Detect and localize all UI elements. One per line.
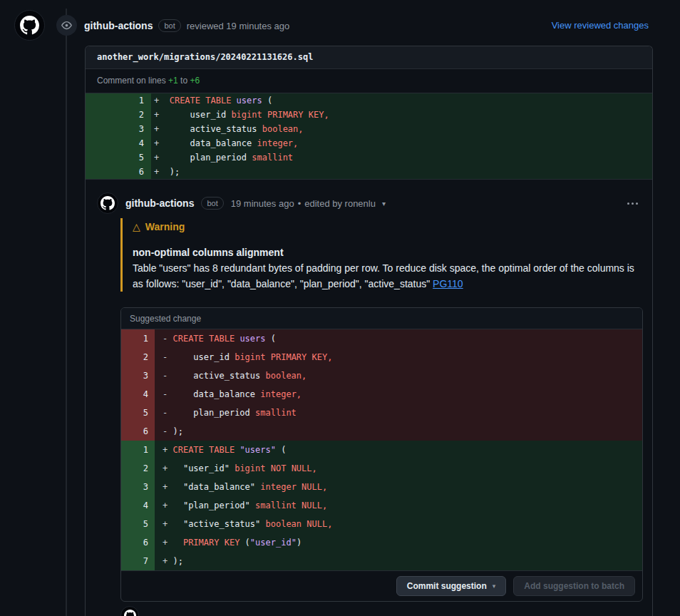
comment-author-avatar[interactable] bbox=[97, 192, 118, 214]
file-path-header[interactable]: another_work/migrations/20240221131626.s… bbox=[86, 46, 652, 69]
diff-line: 6+ ); bbox=[86, 165, 652, 179]
warning-triangle-icon: △ bbox=[133, 220, 140, 234]
kebab-menu-icon[interactable] bbox=[624, 200, 641, 207]
code-line: + plan_period smallint bbox=[151, 150, 652, 165]
line-number: 2 bbox=[86, 108, 151, 122]
warning-text: Table "users" has 8 redundant bytes of p… bbox=[133, 261, 643, 292]
line-number: 5 bbox=[86, 150, 151, 165]
review-author[interactable]: github-actions bbox=[84, 20, 153, 31]
github-actions-avatar[interactable] bbox=[14, 10, 45, 41]
suggestion-footer: Commit suggestion ▾ Add suggestion to ba… bbox=[121, 570, 642, 601]
file-path[interactable]: another_work/migrations/20240221131626.s… bbox=[97, 52, 313, 62]
code-line: + PRIMARY KEY ("user_id") bbox=[155, 533, 642, 552]
code-line: - active_status boolean, bbox=[155, 366, 642, 385]
warning-label-text: Warning bbox=[145, 220, 185, 234]
add-suggestion-to-batch-button[interactable]: Add suggestion to batch bbox=[513, 576, 635, 596]
line-number: 5 bbox=[121, 404, 155, 422]
code-line: - ); bbox=[155, 422, 642, 441]
review-header: github-actions bot reviewed 19 minutes a… bbox=[0, 0, 680, 46]
commit-suggestion-button[interactable]: Commit suggestion ▾ bbox=[396, 576, 507, 596]
diff-line: 5- plan_period smallint bbox=[121, 404, 642, 422]
diff-line: 6+ PRIMARY KEY ("user_id") bbox=[121, 533, 642, 552]
suggestion-deleted-code: 1- CREATE TABLE users (2- user_id bigint… bbox=[121, 329, 642, 441]
diff-line: 3+ "data_balance" integer NULL, bbox=[121, 478, 642, 496]
diff-line: 6- ); bbox=[121, 422, 642, 441]
code-line: + CREATE TABLE "users" ( bbox=[155, 441, 642, 459]
diff-line: 4+ "plan_period" smallint NULL, bbox=[121, 496, 642, 515]
diff-line: 3+ active_status boolean, bbox=[86, 122, 652, 136]
diff-line: 1+ CREATE TABLE "users" ( bbox=[121, 441, 642, 459]
code-line: + "user_id" bigint NOT NULL, bbox=[155, 459, 642, 478]
line-number: 2 bbox=[121, 348, 155, 366]
comment-header: github-actions bot 19 minutes ago • edit… bbox=[97, 192, 641, 214]
warning-label: △ Warning bbox=[133, 218, 643, 234]
code-line: + active_status boolean, bbox=[151, 122, 652, 136]
diff-line: 2+ user_id bigint PRIMARY KEY, bbox=[86, 108, 652, 122]
code-line: + ); bbox=[151, 165, 652, 179]
review-thread-card: another_work/migrations/20240221131626.s… bbox=[85, 46, 653, 616]
next-comment-avatar[interactable] bbox=[120, 606, 139, 616]
line-number: 6 bbox=[121, 533, 155, 552]
code-line: + "active_status" boolean NULL, bbox=[155, 515, 642, 533]
add-suggestion-label: Add suggestion to batch bbox=[524, 581, 624, 591]
dropdown-caret-icon[interactable]: ▾ bbox=[493, 582, 496, 590]
comment-body: △ Warning non-optimal columns alignment … bbox=[120, 218, 643, 616]
diff-line: 2+ "user_id" bigint NOT NULL, bbox=[121, 459, 642, 478]
code-line: - CREATE TABLE users ( bbox=[155, 329, 642, 348]
timeline-connector bbox=[66, 9, 67, 616]
code-line: + ); bbox=[155, 552, 642, 570]
line-number: 1 bbox=[86, 93, 151, 108]
diff-line: 4+ data_balance integer, bbox=[86, 136, 652, 150]
code-line: - data_balance integer, bbox=[155, 385, 642, 404]
line-number: 2 bbox=[121, 459, 155, 478]
line-number: 1 bbox=[121, 441, 155, 459]
line-number: 4 bbox=[121, 385, 155, 404]
code-line: - plan_period smallint bbox=[155, 404, 642, 422]
diff-line: 5+ plan_period smallint bbox=[86, 150, 652, 165]
code-line: + user_id bigint PRIMARY KEY, bbox=[151, 108, 652, 122]
comment-lines-bar: Comment on lines +1 to +6 bbox=[86, 69, 652, 93]
warning-block: △ Warning non-optimal columns alignment … bbox=[120, 218, 643, 292]
line-range-end: +6 bbox=[190, 76, 200, 86]
code-line: + data_balance integer, bbox=[151, 136, 652, 150]
warning-title: non-optimal columns alignment bbox=[133, 245, 643, 260]
meta-separator: • bbox=[298, 198, 302, 209]
suggested-change-block: Suggested change 1- CREATE TABLE users (… bbox=[120, 307, 643, 602]
line-number: 3 bbox=[86, 122, 151, 136]
code-line: + CREATE TABLE users ( bbox=[151, 93, 652, 108]
diff-line: 5+ "active_status" boolean NULL, bbox=[121, 515, 642, 533]
octocat-icon bbox=[101, 196, 115, 210]
code-line: + "plan_period" smallint NULL, bbox=[155, 496, 642, 515]
bot-badge: bot bbox=[158, 19, 180, 32]
comment-meta[interactable]: 19 minutes ago • edited by ronenlu ▾ bbox=[231, 198, 386, 209]
edited-by[interactable]: edited by ronenlu bbox=[304, 198, 376, 209]
comment-lines-mid: to bbox=[178, 76, 190, 86]
comment-author[interactable]: github-actions bbox=[125, 197, 194, 209]
diff-line: 3- active_status boolean, bbox=[121, 366, 642, 385]
code-line: - user_id bigint PRIMARY KEY, bbox=[155, 348, 642, 366]
review-action-text: reviewed 19 minutes ago bbox=[187, 21, 290, 31]
diff-line: 4- data_balance integer, bbox=[121, 385, 642, 404]
comment-lines-prefix: Comment on lines bbox=[97, 76, 168, 86]
warning-body: Table "users" has 8 redundant bytes of p… bbox=[133, 262, 634, 289]
line-number: 7 bbox=[121, 552, 155, 570]
diff-line: 2- user_id bigint PRIMARY KEY, bbox=[121, 348, 642, 366]
diff-line: 7+ ); bbox=[121, 552, 642, 570]
view-reviewed-changes-link[interactable]: View reviewed changes bbox=[552, 20, 649, 31]
line-number: 4 bbox=[121, 496, 155, 515]
line-range-start: +1 bbox=[168, 76, 178, 86]
line-number: 6 bbox=[121, 422, 155, 441]
line-number: 5 bbox=[121, 515, 155, 533]
suggestion-added-code: 1+ CREATE TABLE "users" (2+ "user_id" bi… bbox=[121, 441, 642, 570]
bot-badge: bot bbox=[201, 197, 223, 210]
line-number: 4 bbox=[86, 136, 151, 150]
bot-comment: github-actions bot 19 minutes ago • edit… bbox=[86, 180, 652, 616]
comment-timestamp[interactable]: 19 minutes ago bbox=[231, 198, 294, 209]
line-number: 3 bbox=[121, 366, 155, 385]
octocat-icon bbox=[20, 16, 39, 35]
pg110-link[interactable]: PG110 bbox=[433, 278, 463, 289]
line-number: 1 bbox=[121, 329, 155, 348]
chevron-down-icon[interactable]: ▾ bbox=[382, 200, 386, 207]
commit-suggestion-label: Commit suggestion bbox=[407, 581, 487, 591]
diff-original-code: 1+ CREATE TABLE users (2+ user_id bigint… bbox=[86, 93, 652, 180]
